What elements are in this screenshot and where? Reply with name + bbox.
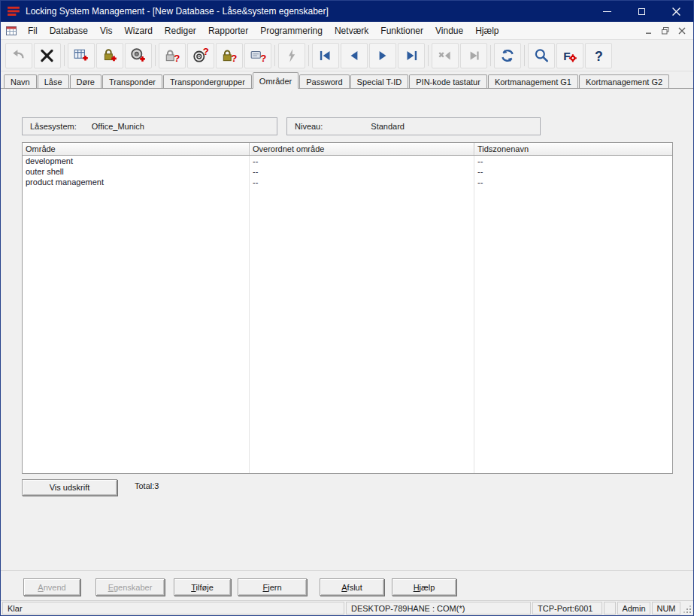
mdi-restore-button[interactable] [658, 25, 672, 37]
tab-kortmanagement-g2[interactable]: Kortmanagement G2 [579, 74, 669, 88]
add-transponder-icon [130, 47, 147, 64]
areas-table: OmrådeOverordnet områdeTidszonenavn deve… [22, 142, 673, 474]
table-cell: development [23, 156, 250, 166]
skip-deactivated-icon [437, 47, 453, 64]
properties-button[interactable]: Egenskaber [95, 578, 165, 596]
status-user: Admin [617, 602, 650, 614]
level-field: Niveau: Standard [286, 117, 541, 135]
svg-text:?: ? [595, 48, 603, 63]
tab-navn[interactable]: Navn [4, 74, 37, 88]
menu-vis[interactable]: Vis [94, 23, 118, 38]
read-lock-icon: ? [164, 47, 180, 64]
tab-transponder[interactable]: Transponder [102, 74, 162, 88]
column-header-overordnet-område[interactable]: Overordnet område [250, 143, 474, 155]
mdi-minimize-icon [644, 26, 653, 35]
level-value: Standard [371, 122, 405, 131]
mdi-restore-icon [661, 26, 670, 35]
toolbar-read-lock-alt-button[interactable]: ? [216, 43, 243, 68]
tab-områder[interactable]: Områder [253, 72, 299, 89]
tab-password[interactable]: Password [299, 74, 349, 88]
table-header: OmrådeOverordnet områdeTidszonenavn [23, 143, 672, 156]
menu-hjælp[interactable]: Hjælp [469, 23, 505, 38]
app-logo-icon [7, 5, 20, 18]
total-count: Total:3 [135, 481, 159, 490]
toolbar-search-button[interactable] [528, 43, 555, 68]
table-row[interactable]: development---- [23, 156, 672, 166]
menu-bar-items: FilDatabaseVisWizardRedigerRapporterProg… [22, 23, 505, 38]
mdi-minimize-button[interactable] [641, 25, 656, 37]
close-icon [672, 8, 680, 16]
toolbar-separator [64, 45, 65, 66]
refresh-icon [499, 47, 516, 64]
menu-wizard[interactable]: Wizard [119, 23, 159, 38]
menu-funktioner[interactable]: Funktioner [374, 23, 429, 38]
status-ready: Klar [2, 602, 344, 614]
mdi-close-button[interactable] [674, 25, 689, 37]
toolbar-jump-end-button[interactable] [460, 43, 487, 68]
document-icon [5, 25, 17, 37]
svg-text:?: ? [203, 47, 209, 57]
column-header-tidszonenavn[interactable]: Tidszonenavn [474, 143, 672, 155]
status-num-lock: NUM [652, 602, 680, 614]
toolbar-add-transponder-button[interactable] [125, 43, 152, 68]
tab-pin-kode-tastatur[interactable]: PIN-kode tastatur [409, 74, 487, 88]
table-row[interactable]: product management---- [23, 177, 672, 187]
toolbar-add-locking-system-button[interactable] [68, 43, 95, 68]
column-header-område[interactable]: Område [23, 143, 250, 155]
toolbar-last-record-button[interactable] [398, 43, 425, 68]
table-cell: product management [23, 177, 250, 187]
toolbar-read-lock-button[interactable]: ? [159, 43, 186, 68]
toolbar-skip-deactivated-button[interactable] [432, 43, 459, 68]
execute-icon [283, 47, 300, 64]
toolbar-first-record-button[interactable] [312, 43, 339, 68]
menu-programmering[interactable]: Programmering [254, 23, 329, 38]
maximize-button[interactable] [624, 1, 659, 22]
menu-bar: FilDatabaseVisWizardRedigerRapporterProg… [1, 22, 693, 40]
tab-døre[interactable]: Døre [70, 74, 102, 88]
apply-button[interactable]: Anvend [23, 578, 80, 596]
menu-netværk[interactable]: Netværk [329, 23, 374, 38]
minimize-icon [603, 11, 611, 12]
locking-system-value: Office_Munich [92, 122, 144, 131]
next-record-icon [374, 47, 391, 64]
menu-database[interactable]: Database [44, 23, 94, 38]
toolbar-next-record-button[interactable] [369, 43, 396, 68]
menu-vindue[interactable]: Vindue [429, 23, 469, 38]
exit-button[interactable]: Afslut [320, 578, 384, 596]
menu-rapporter[interactable]: Rapporter [202, 23, 254, 38]
menu-fil[interactable]: Fil [22, 23, 44, 38]
tab-kortmanagement-g1[interactable]: Kortmanagement G1 [488, 74, 578, 88]
toolbar-add-lock-button[interactable] [96, 43, 123, 68]
toolbar-program-transponder-button[interactable]: ? [187, 43, 214, 68]
last-record-icon [403, 47, 420, 64]
toolbar-help-button[interactable]: ? [585, 43, 612, 68]
menu-rediger[interactable]: Rediger [159, 23, 202, 38]
toolbar-read-card-button[interactable]: ? [244, 43, 271, 68]
toolbar-separator [155, 45, 156, 66]
undo-icon [11, 47, 27, 64]
toolbar-refresh-button[interactable] [494, 43, 521, 68]
svg-text:?: ? [260, 52, 266, 63]
read-lock-alt-icon: ? [221, 47, 238, 64]
delete-locking-system-icon [39, 47, 56, 64]
resize-grip[interactable] [682, 602, 692, 614]
toolbar-execute-button[interactable] [278, 43, 305, 68]
tab-transpondergrupper[interactable]: Transpondergrupper [163, 74, 252, 88]
toolbar-filter-settings-button[interactable]: F [556, 43, 583, 68]
table-cell: -- [250, 166, 474, 177]
tab-låse[interactable]: Låse [38, 74, 69, 88]
minimize-button[interactable] [589, 1, 624, 22]
table-row[interactable]: outer shell---- [23, 166, 672, 177]
close-button[interactable] [659, 1, 693, 22]
add-lock-icon [102, 47, 118, 64]
toolbar-undo-button[interactable] [5, 43, 32, 68]
tab-special-t-id[interactable]: Special T-ID [350, 74, 409, 88]
svg-text:?: ? [174, 52, 180, 63]
toolbar-delete-locking-system-button[interactable] [34, 43, 61, 68]
help-button[interactable]: Hjælp [392, 578, 456, 596]
show-printout-button[interactable]: Vis udskrift [22, 479, 117, 496]
toolbar-separator [490, 45, 491, 66]
add-button[interactable]: Tilføje [174, 578, 231, 596]
toolbar-previous-record-button[interactable] [341, 43, 368, 68]
remove-button[interactable]: Fjern [238, 578, 307, 596]
